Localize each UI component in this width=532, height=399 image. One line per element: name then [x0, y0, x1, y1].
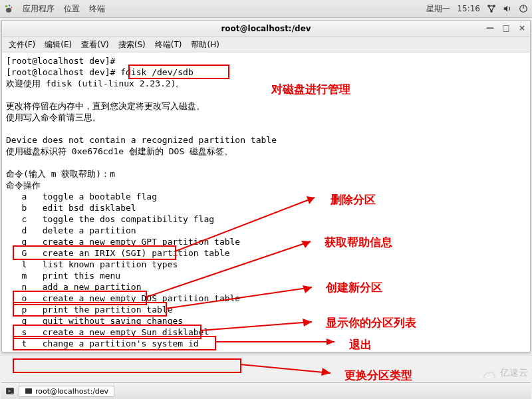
terminal-window: root@localhost:/dev — □ × 文件(F) 编辑(E) 查看…	[1, 20, 531, 352]
menu-terminal[interactable]: 终端(T)	[155, 39, 182, 51]
term-opt-n: n add a new partition	[6, 282, 142, 292]
menu-view[interactable]: 查看(V)	[81, 39, 109, 51]
term-opt-d: d delete a partition	[6, 225, 136, 235]
menu-search[interactable]: 搜索(S)	[118, 39, 146, 51]
term-opt-c: c toggle the dos compatibility flag	[6, 214, 214, 224]
term-line: 欢迎使用 fdisk (util-linux 2.23.2)。	[6, 78, 185, 88]
svg-marker-20	[321, 368, 331, 376]
term-opt-o: o create a new empty DOS partition table	[6, 293, 240, 303]
menu-places[interactable]: 位置	[64, 3, 80, 15]
window-title: root@localhost:/dev	[221, 24, 311, 33]
network-icon[interactable]	[487, 4, 496, 13]
term-opt-p: p print the partition table	[6, 305, 172, 315]
menu-help[interactable]: 帮助(H)	[191, 39, 219, 51]
taskbar-item-label: root@localhost:/dev	[35, 387, 108, 396]
svg-text:>_: >_	[8, 389, 13, 394]
cloud-icon	[483, 368, 497, 378]
term-line: 更改将停留在内存中，直到您决定将更改写入磁盘。	[6, 101, 205, 111]
terminal-output[interactable]: [root@localhost dev]# [root@localhost de…	[2, 53, 530, 352]
menu-terminal[interactable]: 终端	[89, 3, 105, 15]
svg-rect-23	[25, 388, 32, 394]
terminal-icon[interactable]: >_	[5, 386, 15, 396]
watermark: 亿速云	[483, 367, 528, 379]
topbar-date: 星期一	[426, 3, 450, 15]
term-opt-t: t change a partition's system id	[6, 338, 199, 348]
taskbar-item[interactable]: root@localhost:/dev	[19, 386, 114, 397]
arrow-type	[240, 362, 342, 376]
term-line: Device does not contain a recognized par…	[6, 135, 277, 145]
annot-box-t	[13, 358, 241, 373]
term-opt-b: b edit bsd disklabel	[6, 203, 136, 213]
svg-line-19	[240, 364, 331, 373]
term-line: 命令操作	[6, 180, 41, 190]
close-button[interactable]: ×	[517, 23, 527, 33]
taskbar: >_ root@localhost:/dev	[1, 382, 531, 399]
term-opt-a: a toggle a bootable flag	[6, 192, 157, 201]
term-opt-s: s create a new empty Sun disklabel	[6, 327, 209, 337]
term-opt-m: m print this menu	[6, 271, 120, 281]
menu-applications[interactable]: 应用程序	[23, 3, 55, 15]
term-opt-g: g create a new empty GPT partition table	[6, 237, 240, 247]
power-icon[interactable]	[519, 4, 528, 13]
term-opt-G: G create an IRIX (SGI) partition table	[6, 248, 230, 258]
menu-file[interactable]: 文件(F)	[9, 39, 35, 51]
term-command: fdisk /dev/sdb	[120, 67, 194, 77]
svg-point-2	[11, 7, 12, 8]
window-titlebar[interactable]: root@localhost:/dev — □ ×	[2, 21, 530, 37]
terminal-icon	[25, 387, 33, 395]
gnome-foot-icon	[4, 4, 13, 13]
minimize-button[interactable]: —	[485, 23, 495, 33]
term-prompt: [root@localhost dev]#	[6, 67, 120, 77]
term-opt-q: q quit without saving changes	[6, 316, 183, 326]
terminal-menubar: 文件(F) 编辑(E) 查看(V) 搜索(S) 终端(T) 帮助(H)	[2, 37, 530, 53]
term-prompt: [root@localhost dev]#	[6, 56, 120, 66]
term-line: 使用磁盘标识符 0xe676cd1e 创建新的 DOS 磁盘标签。	[6, 146, 233, 156]
svg-point-3	[6, 8, 11, 13]
svg-point-0	[5, 5, 8, 8]
term-line: 命令(输入 m 获取帮助)：m	[6, 169, 115, 179]
term-opt-l: l list known partition types	[6, 259, 178, 269]
desktop-topbar: 应用程序 位置 终端 星期一 15:16	[0, 0, 532, 18]
volume-icon[interactable]	[503, 4, 512, 13]
topbar-time: 15:16	[457, 4, 480, 13]
annot-type: 更换分区类型	[344, 368, 412, 383]
term-line: 使用写入命令前请三思。	[6, 112, 101, 122]
svg-point-1	[9, 5, 10, 6]
maximize-button[interactable]: □	[501, 23, 511, 33]
menu-edit[interactable]: 编辑(E)	[45, 39, 72, 51]
